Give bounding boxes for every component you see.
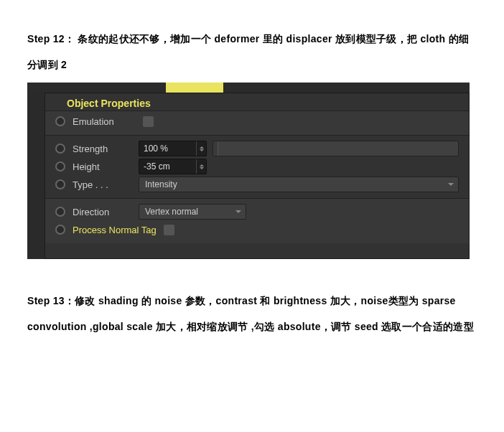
chevron-down-icon: [235, 210, 241, 213]
transform-section: Strength Height: [45, 136, 469, 198]
process-normal-tag-checkbox[interactable]: [164, 225, 174, 235]
arrow-down-icon: [200, 149, 204, 151]
radio-icon[interactable]: [55, 116, 65, 126]
direction-label: Direction: [73, 207, 139, 217]
panel-title: Object Properties: [45, 93, 469, 111]
height-row: Height: [45, 158, 469, 176]
type-row: Type . . . Intensity: [45, 176, 469, 194]
direction-dropdown[interactable]: Vertex normal: [139, 204, 246, 220]
emulation-section: Emulation: [45, 111, 469, 136]
panel-tab-bar: [27, 83, 470, 93]
radio-icon[interactable]: [55, 179, 65, 189]
radio-icon[interactable]: [55, 207, 65, 217]
emulation-row: Emulation: [45, 113, 469, 131]
emulation-label: Emulation: [73, 116, 139, 127]
radio-icon[interactable]: [55, 144, 65, 154]
strength-label: Strength: [73, 144, 139, 154]
step-12-instruction: Step 12： 条纹的起伏还不够，增加一个 deformer 里的 displ…: [27, 26, 477, 78]
active-tab-highlight[interactable]: [166, 83, 223, 93]
direction-section: Direction Vertex normal Process Normal T…: [45, 198, 469, 243]
arrow-down-icon: [200, 167, 204, 169]
process-normal-tag-row: Process Normal Tag: [45, 221, 469, 239]
height-spinner[interactable]: [196, 159, 206, 174]
panel-body: Object Properties Emulation Strength: [45, 93, 470, 259]
strength-spinner[interactable]: [196, 141, 206, 156]
radio-icon[interactable]: [55, 161, 65, 172]
properties-panel: Object Properties Emulation Strength: [27, 83, 470, 259]
chevron-down-icon: [448, 183, 454, 186]
strength-row: Strength: [45, 140, 469, 158]
step-13-instruction: Step 13：修改 shading 的 noise 参数，contrast 和…: [27, 288, 477, 340]
height-input-wrap[interactable]: [139, 159, 207, 174]
radio-icon[interactable]: [55, 225, 65, 235]
strength-input[interactable]: [139, 144, 196, 154]
emulation-checkbox[interactable]: [143, 116, 154, 127]
direction-row: Direction Vertex normal: [45, 203, 469, 221]
panel-left-strip: [27, 93, 45, 259]
strength-input-wrap[interactable]: [139, 141, 207, 156]
height-label: Height: [73, 161, 139, 172]
direction-value: Vertex normal: [145, 207, 198, 217]
arrow-up-icon: [200, 164, 204, 166]
arrow-up-icon: [200, 146, 204, 149]
type-dropdown[interactable]: Intensity: [139, 177, 459, 192]
type-value: Intensity: [145, 179, 177, 189]
process-normal-tag-label: Process Normal Tag: [73, 225, 157, 235]
strength-slider[interactable]: [213, 141, 459, 156]
slider-fill: [213, 141, 218, 156]
type-label: Type . . .: [73, 179, 139, 190]
height-input[interactable]: [139, 161, 196, 172]
